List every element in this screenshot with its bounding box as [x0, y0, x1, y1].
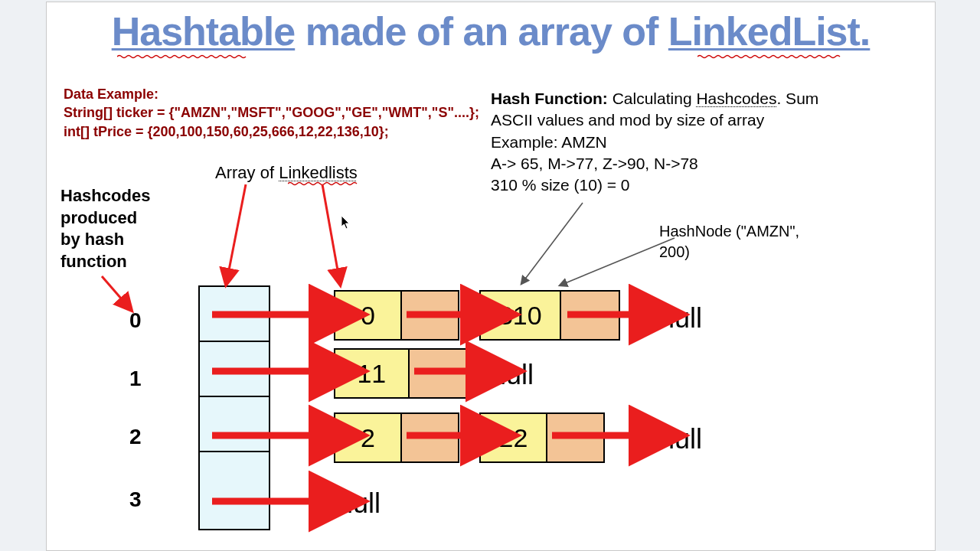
list-node: 310 — [479, 290, 620, 341]
hashcodes-label: Hashcodes produced by hash function — [60, 185, 152, 272]
node-value: 0 — [335, 292, 402, 339]
node-value: 11 — [335, 350, 410, 397]
data-example-line1: String[] ticker = {"AMZN","MSFT","GOOG",… — [64, 103, 479, 122]
array-of-linkedlists-label: Array of Linkedlists — [215, 163, 358, 183]
bucket-0 — [198, 285, 270, 344]
data-example-label: Data Example: — [64, 85, 479, 103]
svg-line-13 — [560, 238, 675, 285]
svg-line-1 — [322, 184, 338, 270]
list-node: 11 — [334, 348, 467, 399]
index-1: 1 — [129, 367, 142, 391]
index-0: 0 — [129, 308, 142, 333]
bucket-1 — [198, 341, 270, 399]
node-pointer — [402, 292, 458, 339]
hashfn-line4: A-> 65, M->77, Z->90, N->78 — [491, 153, 818, 174]
slide-title: Hashtable made of an array of LinkedList… — [47, 8, 935, 54]
node-value: 2 — [335, 414, 402, 461]
svg-line-12 — [521, 203, 583, 284]
hash-function-block: Hash Function: Calculating Hashcodes. Su… — [491, 88, 818, 197]
hashnode-label: HashNode ("AMZN", 200) — [659, 221, 818, 262]
title-word-linkedlist: LinkedList. — [668, 9, 870, 54]
hashfn-line2: ASCII values and mod by size of array — [491, 109, 818, 131]
hashfn-line3: Example: AMZN — [491, 132, 818, 153]
index-3: 3 — [129, 487, 142, 512]
node-value: 310 — [481, 292, 561, 339]
hashfn-line1: Hash Function: Calculating Hashcodes. Su… — [491, 88, 818, 109]
data-example-line2: int[] tPrice = {200,100,150,60,25,666,12… — [64, 122, 479, 141]
cursor-icon — [341, 215, 351, 230]
bucket-2 — [198, 396, 270, 454]
null-terminator: null — [659, 423, 702, 455]
svg-line-0 — [229, 184, 246, 270]
bucket-3 — [198, 451, 270, 530]
node-value: 22 — [481, 414, 547, 461]
node-pointer — [547, 414, 603, 461]
data-example-block: Data Example: String[] ticker = {"AMZN",… — [64, 85, 479, 141]
null-terminator: null — [659, 302, 702, 334]
node-pointer — [410, 350, 466, 397]
list-node: 22 — [479, 412, 605, 463]
spellcheck-squiggle — [117, 54, 247, 59]
svg-line-2 — [102, 276, 122, 299]
spellcheck-squiggle — [697, 54, 843, 59]
list-node: 2 — [334, 412, 459, 463]
null-terminator: null — [491, 359, 534, 391]
hashfn-line5: 310 % size (10) = 0 — [491, 174, 818, 196]
title-word-hashtable: Hashtable — [112, 9, 296, 54]
node-pointer — [561, 292, 619, 339]
slide-canvas: Hashtable made of an array of LinkedList… — [46, 2, 936, 551]
null-terminator: null — [338, 487, 381, 520]
node-pointer — [402, 414, 458, 461]
list-node: 0 — [334, 290, 459, 341]
index-2: 2 — [129, 425, 142, 449]
